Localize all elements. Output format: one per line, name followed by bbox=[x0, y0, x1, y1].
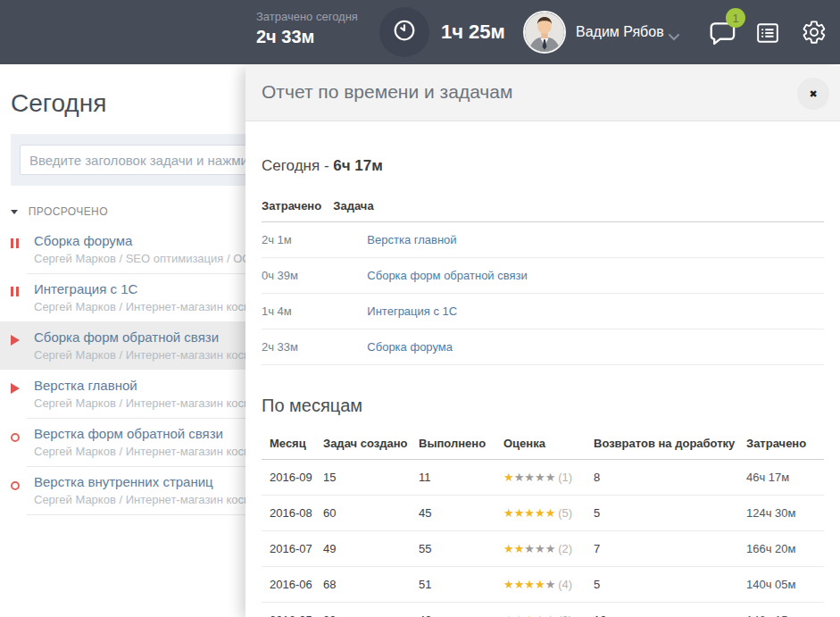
column-header-spent: Затрачено bbox=[746, 427, 824, 460]
avatar[interactable] bbox=[523, 11, 566, 54]
spent-cell: 1ч 4м bbox=[262, 294, 333, 329]
created-cell: 15 bbox=[323, 460, 419, 496]
months-report-table: Месяц Задач создано Выполнено Оценка Воз… bbox=[262, 427, 824, 617]
report-panel-header: Отчет по времени и задачам ✖ bbox=[245, 66, 840, 121]
column-header-returns: Возвратов на доработку bbox=[594, 427, 746, 460]
spent-cell: 146ч 15м bbox=[746, 603, 824, 617]
task-link[interactable]: Интеграция с 1С bbox=[367, 304, 457, 318]
column-header-month: Месяц bbox=[262, 427, 323, 460]
today-total-heading: Сегодня - 6ч 17м bbox=[262, 157, 824, 175]
month-cell: 2016-08 bbox=[262, 496, 323, 531]
report-panel: Отчет по времени и задачам ✖ Сегодня - 6… bbox=[245, 66, 840, 617]
rating-count: (4) bbox=[558, 578, 572, 591]
table-row: 2ч 33м Сборка форума bbox=[262, 329, 824, 365]
table-row: 2016-06 68 51 ★★★★★(4) 5 140ч 05м bbox=[262, 567, 824, 603]
rating-count: (5) bbox=[558, 506, 572, 520]
table-row: 2016-07 49 55 ★★★★★(2) 7 166ч 20м bbox=[262, 531, 824, 567]
spent-today-block: Затрачено сегодня 2ч 33м bbox=[256, 10, 358, 47]
pause-icon bbox=[11, 284, 23, 295]
timer-value: 1ч 25м bbox=[441, 21, 505, 44]
rating-cell: ★★★★★(3) bbox=[503, 603, 594, 617]
month-cell: 2016-07 bbox=[262, 531, 323, 567]
spent-cell: 166ч 20м bbox=[746, 531, 824, 567]
created-cell: 39 bbox=[323, 603, 419, 617]
done-cell: 45 bbox=[419, 496, 503, 531]
timer-button[interactable] bbox=[379, 7, 429, 57]
spent-cell: 140ч 05м bbox=[746, 567, 824, 603]
close-icon: ✖ bbox=[809, 88, 817, 100]
rating-cell: ★★★★★(4) bbox=[503, 567, 594, 603]
chat-bubble-icon bbox=[710, 34, 736, 49]
user-name[interactable]: Вадим Рябов bbox=[576, 24, 664, 40]
reports-button[interactable] bbox=[756, 22, 779, 47]
table-row: 2ч 1м Верстка главной bbox=[262, 222, 824, 258]
table-row: 2016-05 39 42 ★★★★★(3) 10 146ч 15м bbox=[262, 603, 824, 617]
play-icon bbox=[11, 333, 23, 344]
created-cell: 49 bbox=[323, 531, 419, 567]
app-header: Затрачено сегодня 2ч 33м 1ч 25м Вадим Ря… bbox=[0, 0, 840, 64]
today-total-value: 6ч 17м bbox=[333, 157, 383, 174]
spent-cell: 0ч 39м bbox=[262, 258, 333, 294]
done-cell: 51 bbox=[419, 567, 503, 603]
rating-cell: ★★★★★(1) bbox=[503, 460, 594, 496]
star-rating: ★★★★★ bbox=[503, 613, 555, 617]
report-panel-title: Отчет по времени и задачам bbox=[262, 81, 512, 103]
rating-cell: ★★★★★(2) bbox=[503, 531, 594, 567]
created-cell: 68 bbox=[323, 567, 419, 603]
returns-cell: 5 bbox=[594, 496, 746, 531]
section-overdue-label: ПРОСРОЧЕНО bbox=[29, 205, 108, 218]
task-link[interactable]: Верстка главной bbox=[367, 233, 456, 246]
report-list-icon bbox=[756, 31, 779, 46]
spent-today-label: Затрачено сегодня bbox=[256, 10, 358, 23]
task-link[interactable]: Сборка форума bbox=[367, 340, 453, 354]
open-circle-icon bbox=[11, 478, 23, 488]
rating-count: (1) bbox=[558, 471, 572, 484]
month-cell: 2016-05 bbox=[262, 603, 323, 617]
collapse-triangle-icon bbox=[11, 210, 18, 214]
table-row: 0ч 39м Сборка форм обратной связи bbox=[262, 258, 824, 294]
done-cell: 11 bbox=[419, 460, 503, 496]
rating-count: (2) bbox=[558, 542, 572, 555]
settings-button[interactable] bbox=[802, 20, 827, 48]
table-row: 2016-09 15 11 ★★★★★(1) 8 46ч 17м bbox=[262, 460, 824, 496]
clock-icon bbox=[393, 19, 416, 46]
done-cell: 55 bbox=[419, 531, 503, 567]
created-cell: 60 bbox=[323, 496, 419, 531]
close-button[interactable]: ✖ bbox=[797, 78, 829, 110]
spent-cell: 46ч 17м bbox=[746, 460, 824, 496]
table-row: 2016-08 60 45 ★★★★★(5) 5 124ч 30м bbox=[262, 496, 824, 531]
column-header-done: Выполнено bbox=[419, 427, 503, 460]
returns-cell: 7 bbox=[594, 531, 746, 567]
today-report-table: Затрачено Задача 2ч 1м Верстка главной 0… bbox=[262, 189, 824, 365]
spent-cell: 2ч 33м bbox=[262, 329, 333, 365]
month-cell: 2016-06 bbox=[262, 567, 323, 603]
today-label: Сегодня - bbox=[262, 157, 333, 174]
returns-cell: 10 bbox=[594, 603, 746, 617]
month-cell: 2016-09 bbox=[262, 460, 323, 496]
notification-badge: 1 bbox=[726, 8, 745, 28]
rating-cell: ★★★★★(5) bbox=[503, 496, 594, 531]
returns-cell: 8 bbox=[594, 460, 746, 496]
open-circle-icon bbox=[11, 429, 23, 440]
task-link[interactable]: Сборка форм обратной связи bbox=[367, 269, 527, 282]
returns-cell: 5 bbox=[594, 567, 746, 603]
column-header-created: Задач создано bbox=[323, 427, 419, 460]
table-row: 1ч 4м Интеграция с 1С bbox=[262, 294, 824, 329]
chevron-down-icon[interactable] bbox=[669, 29, 679, 45]
star-rating: ★★★★★ bbox=[503, 506, 555, 520]
pause-icon bbox=[11, 236, 23, 246]
star-rating: ★★★★★ bbox=[503, 578, 555, 591]
play-icon bbox=[11, 381, 23, 392]
spent-cell: 124ч 30м bbox=[746, 496, 824, 531]
report-panel-body: Сегодня - 6ч 17м Затрачено Задача 2ч 1м … bbox=[245, 157, 840, 617]
star-rating: ★★★★★ bbox=[503, 542, 555, 555]
star-rating: ★★★★★ bbox=[503, 471, 555, 484]
done-cell: 42 bbox=[419, 603, 503, 617]
months-heading: По месяцам bbox=[262, 396, 824, 416]
rating-count: (3) bbox=[558, 613, 572, 617]
spent-cell: 2ч 1м bbox=[262, 222, 333, 258]
spent-today-value: 2ч 33м bbox=[256, 27, 358, 47]
column-header-spent: Затрачено bbox=[262, 189, 333, 222]
column-header-task: Задача bbox=[333, 189, 824, 222]
column-header-rating: Оценка bbox=[503, 427, 594, 460]
